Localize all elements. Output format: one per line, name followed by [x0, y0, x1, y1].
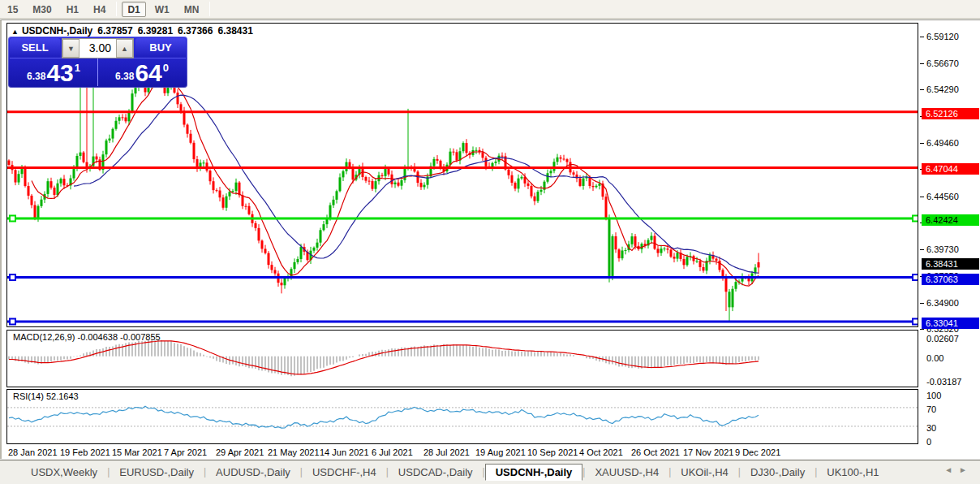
one-click-trading-panel: SELL ▼ 3.00 ▲ BUY 6.38 43 1 6.38 64 0: [8, 37, 187, 88]
sell-button[interactable]: SELL: [10, 38, 60, 58]
collapse-arrow-icon[interactable]: ▲: [11, 28, 19, 36]
tab-eurusd-daily[interactable]: EURUSD-,Daily: [110, 465, 204, 480]
axis-tick: [920, 329, 924, 330]
axis-tick: [920, 37, 924, 37]
candle-body: [284, 278, 286, 285]
candle-body: [375, 181, 377, 189]
tab-usdcnh-daily[interactable]: USDCNH-,Daily: [485, 464, 583, 481]
candle-body: [475, 150, 478, 151]
candle-body: [732, 289, 734, 308]
candle-body: [271, 265, 273, 270]
timeframe-button-m30[interactable]: M30: [27, 2, 57, 17]
candle-body: [670, 250, 673, 257]
candle-body: [420, 183, 423, 187]
candle-body: [323, 224, 325, 230]
candle-body: [748, 279, 750, 282]
candle-body: [725, 278, 728, 292]
tab-usdcad-daily[interactable]: USDCAD-,Daily: [389, 465, 483, 480]
price-axis[interactable]: 6.591206.566706.542906.518706.494606.470…: [919, 23, 980, 460]
candle-body: [333, 200, 335, 205]
volume-input[interactable]: 3.00: [80, 39, 116, 58]
timeframe-button-h4[interactable]: H4: [88, 2, 111, 17]
chart-symbol-period: USDCNH-,Daily: [22, 25, 92, 37]
candle-body: [105, 140, 108, 154]
level-handle[interactable]: [10, 318, 15, 324]
candle-body: [398, 183, 400, 186]
date-axis[interactable]: 28 Jan 202119 Feb 202115 Mar 20217 Apr 2…: [6, 446, 918, 460]
tab-ukoil-h4[interactable]: UKOil-,H4: [671, 465, 738, 480]
candle-body: [213, 181, 215, 190]
price-tag-6.42424: 6.42424: [922, 214, 979, 226]
ask-price-prefix: 6.38: [115, 71, 134, 82]
candle-body: [297, 259, 299, 262]
candle-body: [31, 196, 33, 205]
candle-body: [239, 183, 241, 196]
ohlc-open: 6.37857: [97, 25, 132, 37]
candle-body: [625, 250, 627, 251]
candle-body: [349, 162, 351, 167]
buy-button[interactable]: BUY: [135, 38, 186, 58]
candle-body: [300, 247, 303, 259]
candle-body: [216, 190, 218, 191]
tab-usdchf-h4[interactable]: USDCHF-,H4: [303, 465, 386, 480]
macd-axis-label: 0.02607: [926, 334, 959, 344]
volume-decrease-button[interactable]: ▼: [62, 39, 80, 58]
ask-price-button[interactable]: 6.38 64 0: [98, 58, 186, 86]
date-label: 19 Aug 2021: [475, 447, 526, 457]
candle-body: [96, 157, 98, 160]
candle-body: [28, 186, 30, 196]
date-label: 6 Jul 2021: [372, 447, 413, 457]
timeframe-button-mn[interactable]: MN: [178, 2, 205, 17]
candle-body: [34, 205, 37, 218]
tab-uk100-h1[interactable]: UK100-,H1: [817, 465, 888, 480]
candle-body: [336, 191, 338, 200]
candle-body: [177, 93, 179, 104]
level-handle[interactable]: [913, 215, 918, 221]
axis-tick-label: 6.56670: [926, 58, 959, 68]
candle-body: [501, 156, 504, 157]
candle-body: [582, 179, 585, 186]
macd-axis-label: -0.03187: [926, 377, 961, 387]
tabs-scroll-right-button[interactable]: ►: [959, 465, 974, 474]
level-handle[interactable]: [10, 274, 15, 280]
candle-body: [566, 159, 569, 162]
timeframe-button-d1[interactable]: D1: [122, 2, 145, 17]
axis-tick-label: 6.44560: [926, 192, 959, 201]
level-handle[interactable]: [10, 215, 15, 221]
candle-body: [235, 183, 238, 191]
candle-body: [115, 121, 118, 129]
timeframe-button-h1[interactable]: H1: [61, 2, 84, 17]
candle-body: [24, 168, 27, 186]
candle-body: [248, 206, 251, 214]
candle-body: [605, 197, 608, 218]
level-handle[interactable]: [913, 274, 918, 280]
tabs-scroll-left-button[interactable]: ◄: [944, 465, 959, 474]
price-tag-6.52126: 6.52126: [922, 108, 979, 119]
candle-body: [485, 158, 488, 166]
date-label: 15 Mar 2021: [112, 447, 162, 457]
rsi-axis-label: 0: [926, 437, 931, 447]
bid-price-button[interactable]: 6.38 43 1: [10, 58, 98, 86]
candle-body: [41, 200, 43, 206]
tab-dj30-daily[interactable]: DJ30-,Daily: [741, 465, 815, 480]
toolbar-separator: [209, 2, 210, 16]
timeframe-button-w1[interactable]: W1: [149, 2, 175, 17]
tab-usdx-weekly[interactable]: USDX,Weekly: [21, 465, 107, 480]
candle-body: [187, 125, 189, 134]
candle-body: [193, 143, 196, 159]
volume-increase-button[interactable]: ▲: [116, 39, 133, 58]
date-label: 29 Apr 2021: [216, 447, 264, 457]
axis-tick-label: 6.54290: [926, 84, 959, 94]
candle-body: [634, 236, 637, 246]
chart-tab-bar: USDX,Weekly|EURUSD-,Daily|AUDUSD-,Daily|…: [0, 460, 980, 484]
candle-body: [466, 143, 468, 153]
candle-body: [547, 173, 549, 181]
price-tag-6.47044: 6.47044: [922, 163, 979, 175]
timeframe-button-15[interactable]: 15: [2, 2, 24, 17]
candle-body: [226, 197, 228, 208]
tab-audusd-daily[interactable]: AUDUSD-,Daily: [206, 465, 300, 480]
candle-body: [342, 171, 345, 177]
tab-xauusd-h4[interactable]: XAUUSD-,H4: [585, 465, 668, 480]
rsi-indicator-canvas[interactable]: [6, 389, 918, 444]
level-handle[interactable]: [913, 318, 918, 324]
